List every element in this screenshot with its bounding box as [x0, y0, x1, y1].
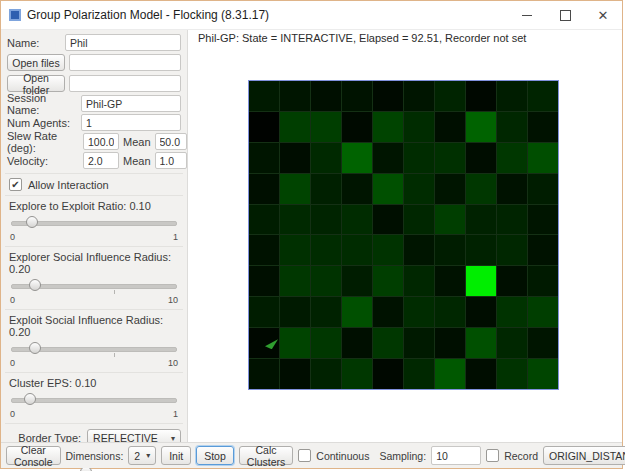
grid-cell: [466, 328, 496, 358]
dimensions-label: Dimensions:: [66, 450, 124, 462]
agent-marker: [265, 339, 278, 349]
explore-exploit-slider-group: Explore to Exploit Ratio: 0.10 0 1: [7, 200, 181, 242]
grid-cell: [404, 235, 434, 265]
grid-cell: [404, 328, 434, 358]
grid-cell: [249, 112, 279, 142]
slider-tick-mark: [114, 353, 115, 357]
open-files-input[interactable]: [69, 54, 181, 71]
minimize-button[interactable]: [508, 1, 546, 29]
calc-clusters-button[interactable]: Calc Clusters: [239, 446, 294, 465]
grid-cell: [528, 266, 558, 296]
slew-rate-variance-input[interactable]: [155, 133, 187, 150]
slider-thumb[interactable]: [24, 393, 36, 405]
exploit-radius-slider[interactable]: [11, 347, 177, 352]
name-row: Name:: [7, 34, 181, 51]
allow-interaction-label: Allow Interaction: [28, 179, 109, 191]
grid-cell: [373, 143, 403, 173]
explore-exploit-slider-label: Explore to Exploit Ratio: 0.10: [9, 200, 179, 212]
grid-cell: [466, 112, 496, 142]
grid-cell: [435, 205, 465, 235]
explorer-radius-slider[interactable]: [11, 284, 177, 289]
explore-exploit-slider[interactable]: [11, 221, 177, 226]
allow-interaction-row: ✔ Allow Interaction: [9, 178, 181, 191]
bottom-toolbar: Clear Console Dimensions: 2 ▾ Init Stop …: [1, 442, 622, 468]
grid-cell: [373, 112, 403, 142]
grid-cell: [528, 297, 558, 327]
slider-min-label: 0: [10, 358, 15, 368]
grid-cell: [435, 266, 465, 296]
grid-cell: [311, 328, 341, 358]
grid-cell: [528, 81, 558, 111]
sampling-input[interactable]: [431, 446, 481, 465]
maximize-button[interactable]: [546, 1, 584, 29]
grid-cell: [528, 174, 558, 204]
grid-cell: [342, 112, 372, 142]
app-window: Group Polarization Model - Flocking (8.3…: [0, 0, 623, 469]
separator: [5, 246, 183, 247]
velocity-mean-input[interactable]: [83, 152, 119, 169]
slider-ticks: 0 1: [10, 232, 178, 242]
grid-cell: [280, 81, 310, 111]
exploit-radius-slider-label: Exploit Social Influence Radius: 0.20: [9, 314, 179, 338]
open-folder-row: Open folder: [7, 74, 181, 93]
session-name-input[interactable]: [81, 95, 181, 112]
num-agents-input[interactable]: [81, 114, 181, 131]
slider-thumb[interactable]: [29, 342, 41, 354]
continuous-checkbox[interactable]: [298, 449, 311, 462]
grid-cell: [342, 266, 372, 296]
record-checkbox[interactable]: [486, 449, 499, 462]
open-files-row: Open files: [7, 53, 181, 72]
grid-cell: [435, 174, 465, 204]
main-area: Phil-GP: State = INTERACTIVE, Elapsed = …: [189, 30, 622, 442]
cluster-eps-slider[interactable]: [11, 398, 177, 403]
window-controls: ✕: [508, 1, 622, 29]
grid-cell: [528, 143, 558, 173]
init-button[interactable]: Init: [161, 446, 191, 465]
slider-thumb[interactable]: [29, 279, 41, 291]
separator: [5, 173, 183, 174]
grid-cell: [466, 143, 496, 173]
grid-cell: [466, 174, 496, 204]
record-mode-dropdown[interactable]: ORIGIN_DISTANCE ▾: [543, 446, 625, 465]
close-button[interactable]: ✕: [584, 1, 622, 29]
open-folder-input[interactable]: [69, 75, 181, 92]
open-files-button[interactable]: Open files: [7, 54, 65, 71]
stop-button[interactable]: Stop: [196, 446, 234, 465]
velocity-variance-input[interactable]: [155, 152, 187, 169]
simulation-grid: [249, 81, 558, 389]
sampling-label: Sampling:: [379, 450, 426, 462]
grid-cell: [249, 235, 279, 265]
simulation-stage[interactable]: [248, 80, 559, 390]
allow-interaction-checkbox[interactable]: ✔: [9, 178, 22, 191]
dimensions-dropdown[interactable]: 2 ▾: [128, 446, 156, 465]
window-title: Group Polarization Model - Flocking (8.3…: [27, 8, 269, 22]
grid-cell: [280, 266, 310, 296]
separator: [5, 195, 183, 196]
grid-cell: [435, 112, 465, 142]
clear-console-button[interactable]: Clear Console: [6, 446, 61, 465]
grid-cell: [280, 235, 310, 265]
grid-cell: [249, 81, 279, 111]
grid-cell: [497, 143, 527, 173]
grid-cell: [311, 297, 341, 327]
sidebar: Name: Open files Open folder Session Nam…: [1, 30, 188, 442]
grid-cell: [466, 81, 496, 111]
grid-cell: [497, 328, 527, 358]
grid-cell: [466, 235, 496, 265]
slider-ticks: 0 1: [10, 409, 178, 419]
grid-cell: [435, 81, 465, 111]
slider-thumb[interactable]: [26, 216, 38, 228]
titlebar[interactable]: Group Polarization Model - Flocking (8.3…: [1, 1, 622, 30]
grid-cell: [311, 359, 341, 389]
grid-cell: [497, 205, 527, 235]
grid-cell: [311, 174, 341, 204]
minimize-icon: [522, 15, 532, 16]
record-label: Record: [504, 450, 538, 462]
name-input[interactable]: [65, 34, 181, 51]
grid-cell: [373, 297, 403, 327]
grid-cell: [342, 81, 372, 111]
grid-cell: [404, 174, 434, 204]
open-folder-button[interactable]: Open folder: [7, 75, 65, 92]
grid-cell: [404, 297, 434, 327]
slew-rate-mean-input[interactable]: [83, 133, 119, 150]
